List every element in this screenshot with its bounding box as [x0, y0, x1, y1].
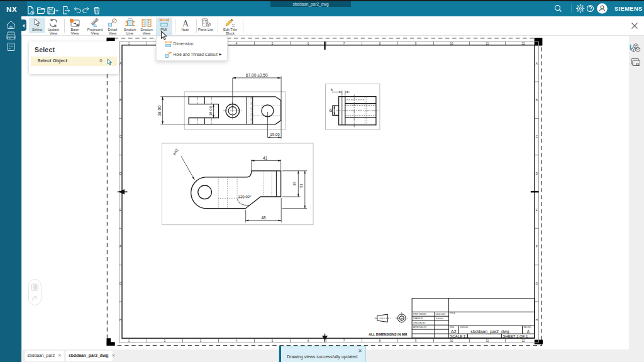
svg-text:48: 48 [261, 216, 266, 220]
svg-text:D: D [536, 172, 538, 175]
svg-text:ALL DIMENSIONS IN MM: ALL DIMENSIONS IN MM [369, 332, 407, 336]
svg-text:E: E [119, 209, 121, 212]
svg-text:SIZE: SIZE [450, 326, 455, 329]
svg-text:SHEET 1 OF 1: SHEET 1 OF 1 [503, 334, 529, 338]
svg-text:C: C [536, 135, 538, 138]
svg-text:F: F [536, 245, 538, 248]
svg-text:36: 36 [292, 182, 296, 186]
svg-text:1: 1 [128, 42, 130, 45]
svg-text:sbddaan_par2_dwg: sbddaan_par2_dwg [470, 329, 509, 334]
svg-text:13: 13 [328, 108, 333, 112]
svg-text:H: H [536, 319, 538, 322]
svg-text:G: G [119, 282, 122, 285]
svg-text:A2: A2 [451, 329, 457, 334]
svg-text:2: 2 [164, 339, 166, 343]
svg-text:41: 41 [263, 156, 268, 160]
svg-text:12: 12 [521, 42, 525, 45]
svg-text:9: 9 [415, 339, 417, 343]
svg-text:4: 4 [236, 42, 238, 45]
svg-text:04-02-2023: 04-02-2023 [436, 313, 446, 315]
svg-text:SCALE 1:1: SCALE 1:1 [450, 334, 469, 338]
svg-text:⌀42: ⌀42 [172, 148, 179, 156]
svg-text:3: 3 [200, 339, 202, 343]
svg-text:A: A [536, 62, 538, 65]
svg-text:APPROVED BY: APPROVED BY [413, 326, 427, 329]
svg-text:CHECKED BY: CHECKED BY [413, 322, 426, 324]
svg-text:5: 5 [331, 87, 333, 92]
svg-text:38.00: 38.00 [157, 106, 162, 116]
svg-text:ali foulen: ali foulen [436, 317, 443, 320]
svg-text:120.00°: 120.00° [238, 195, 252, 199]
svg-text:B: B [119, 99, 121, 102]
svg-text:H: H [119, 319, 121, 322]
svg-text:6: 6 [308, 42, 309, 45]
svg-text:11: 11 [486, 42, 489, 45]
svg-text:51: 51 [299, 184, 303, 188]
svg-text:7: 7 [343, 42, 345, 45]
svg-text:11: 11 [486, 339, 489, 343]
svg-text:10: 10 [450, 42, 453, 45]
svg-text:8: 8 [379, 42, 381, 45]
svg-text:REV. NO: REV. NO [524, 326, 532, 329]
svg-text:A: A [182, 18, 189, 28]
svg-text:67.00 ±0.50: 67.00 ±0.50 [246, 73, 268, 77]
svg-text:10: 10 [450, 339, 453, 343]
svg-text:E: E [536, 209, 538, 212]
svg-text:18.00: 18.00 [208, 106, 213, 116]
svg-text:FIRST ISSUED: FIRST ISSUED [413, 313, 426, 315]
svg-text:12: 12 [521, 339, 525, 343]
svg-text:7: 7 [343, 339, 345, 343]
svg-text:19.00: 19.00 [270, 132, 280, 136]
svg-text:4: 4 [236, 339, 238, 343]
svg-text:8: 8 [379, 339, 381, 343]
svg-text:B: B [536, 99, 538, 102]
svg-text:TITLE: TITLE [450, 312, 455, 315]
svg-text:5: 5 [272, 339, 274, 343]
svg-text:9: 9 [415, 42, 417, 45]
svg-text:A: A [527, 329, 530, 334]
svg-text:F: F [119, 245, 121, 248]
svg-text:5: 5 [272, 42, 274, 45]
svg-text:1: 1 [128, 339, 130, 343]
svg-text:DWG NO.: DWG NO. [460, 326, 469, 329]
svg-text:G: G [536, 282, 538, 285]
svg-text:6: 6 [308, 339, 309, 343]
svg-text:DRAWN BY: DRAWN BY [413, 317, 423, 320]
